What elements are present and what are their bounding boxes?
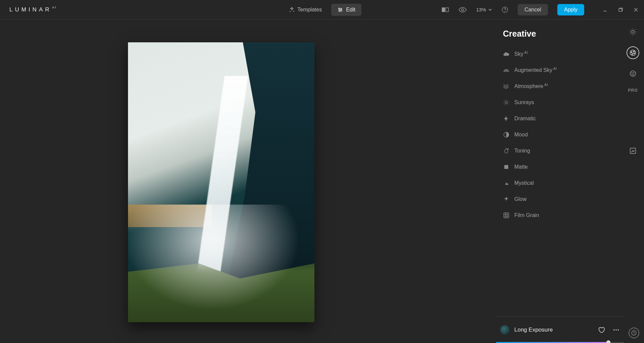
svg-point-7 — [339, 10, 340, 11]
maximize-button[interactable] — [616, 5, 625, 14]
preset-name: Long Exposure — [514, 327, 598, 333]
layers-strip — [625, 144, 641, 157]
category-pro[interactable]: PRO — [628, 88, 638, 93]
svg-point-30 — [634, 53, 635, 54]
svg-rect-9 — [446, 8, 448, 12]
preview-toggle[interactable] — [459, 7, 467, 13]
zoom-value: 13% — [476, 7, 486, 12]
svg-point-19 — [507, 148, 508, 149]
close-button[interactable] — [631, 5, 641, 14]
chevron-down-icon — [488, 8, 492, 12]
category-creative[interactable] — [627, 46, 639, 59]
tool-label: Sky — [514, 51, 523, 57]
sliders-icon — [337, 7, 343, 13]
slider-knob[interactable] — [606, 340, 610, 343]
svg-rect-21 — [504, 213, 509, 218]
mode-tabs: Templates Edit — [283, 4, 361, 16]
tool-label: Glow — [514, 196, 526, 202]
svg-point-5 — [339, 8, 340, 9]
tool-toning[interactable]: Toning — [503, 143, 617, 159]
canvas-area[interactable] — [0, 19, 442, 343]
zoom-dropdown[interactable]: 13% — [476, 7, 492, 12]
preset-actions — [598, 326, 620, 334]
grain-icon — [503, 212, 510, 219]
tool-sunrays[interactable]: Sunrays — [503, 94, 617, 111]
local-masking-button[interactable] — [627, 144, 639, 157]
tab-edit[interactable]: Edit — [331, 4, 361, 16]
photo-preview[interactable] — [128, 42, 314, 322]
preset-thumbnail[interactable] — [500, 325, 510, 335]
ai-badge: AI — [553, 67, 557, 71]
category-essentials[interactable] — [627, 26, 639, 38]
svg-point-37 — [615, 329, 617, 331]
svg-rect-8 — [442, 8, 445, 12]
tool-glow[interactable]: Glow — [503, 191, 617, 207]
svg-point-34 — [634, 73, 634, 73]
minimize-button[interactable] — [600, 5, 610, 14]
tool-label: Atmosphere — [514, 84, 543, 89]
tool-label: Film Grain — [514, 212, 539, 218]
svg-point-6 — [341, 9, 342, 10]
cancel-button[interactable]: Cancel — [518, 4, 548, 15]
app-logo: LUMINAR AI — [9, 6, 56, 13]
cloud-icon — [503, 51, 510, 57]
tool-film-grain[interactable]: Film Grain — [503, 207, 617, 223]
tool-mystical[interactable]: Mystical — [503, 175, 617, 191]
tab-edit-label: Edit — [346, 7, 355, 13]
svg-point-10 — [462, 9, 464, 11]
mood-icon — [503, 131, 510, 138]
tool-mood[interactable]: Mood — [503, 127, 617, 143]
svg-point-26 — [632, 31, 634, 33]
svg-point-38 — [618, 329, 619, 331]
tab-templates[interactable]: Templates — [283, 4, 328, 16]
svg-point-33 — [632, 73, 632, 73]
droplet-icon — [503, 147, 510, 154]
waves-icon — [503, 83, 510, 90]
svg-point-32 — [630, 71, 636, 77]
tool-sky[interactable]: SkyAI — [503, 46, 617, 62]
svg-point-1 — [293, 11, 294, 11]
tool-label: Toning — [514, 148, 530, 154]
apply-button[interactable]: Apply — [557, 4, 584, 15]
compare-toggle[interactable] — [442, 7, 449, 12]
app-name-suffix: AI — [52, 6, 57, 9]
mystical-icon — [503, 180, 510, 186]
app-name: LUMINAR — [9, 6, 52, 13]
tool-label: Matte — [514, 164, 528, 170]
svg-point-28 — [631, 52, 632, 53]
more-button[interactable] — [612, 326, 620, 334]
sparkle-icon — [503, 196, 510, 203]
ai-badge: AI — [544, 83, 548, 87]
category-strip: PRO — [625, 26, 641, 93]
category-portrait[interactable] — [627, 67, 639, 80]
panel-title: Creative — [503, 29, 617, 39]
preset-bar: Long Exposure — [496, 316, 624, 343]
svg-point-27 — [630, 50, 636, 56]
tool-atmosphere[interactable]: AtmosphereAI — [503, 78, 617, 94]
templates-icon — [289, 7, 295, 13]
tool-label: Sunrays — [514, 99, 534, 105]
rainbow-icon — [503, 67, 510, 74]
square-icon — [503, 164, 510, 170]
ai-badge: AI — [524, 51, 528, 54]
help-button[interactable] — [502, 6, 508, 13]
tool-dramatic[interactable]: Dramatic — [503, 111, 617, 127]
tool-label: Dramatic — [514, 116, 536, 122]
tool-matte[interactable]: Matte — [503, 159, 617, 175]
svg-point-29 — [633, 51, 634, 52]
top-bar: LUMINAR AI Templates Edit 13% — [0, 0, 644, 19]
tools-panel: Creative SkyAI Augmented SkyAI Atmospher… — [496, 19, 624, 343]
sun-icon — [503, 99, 510, 106]
tab-templates-label: Templates — [297, 7, 322, 13]
tool-label: Augmented Sky — [514, 68, 552, 73]
tool-label: Mystical — [514, 180, 534, 186]
svg-rect-20 — [504, 165, 508, 169]
bolt-icon — [503, 115, 510, 122]
svg-point-31 — [632, 53, 633, 54]
favorite-button[interactable] — [598, 326, 605, 334]
svg-rect-14 — [619, 9, 622, 11]
window-controls — [600, 5, 641, 14]
svg-point-17 — [505, 101, 508, 104]
history-button[interactable] — [629, 328, 639, 338]
tool-augmented-sky[interactable]: Augmented SkyAI — [503, 62, 617, 78]
